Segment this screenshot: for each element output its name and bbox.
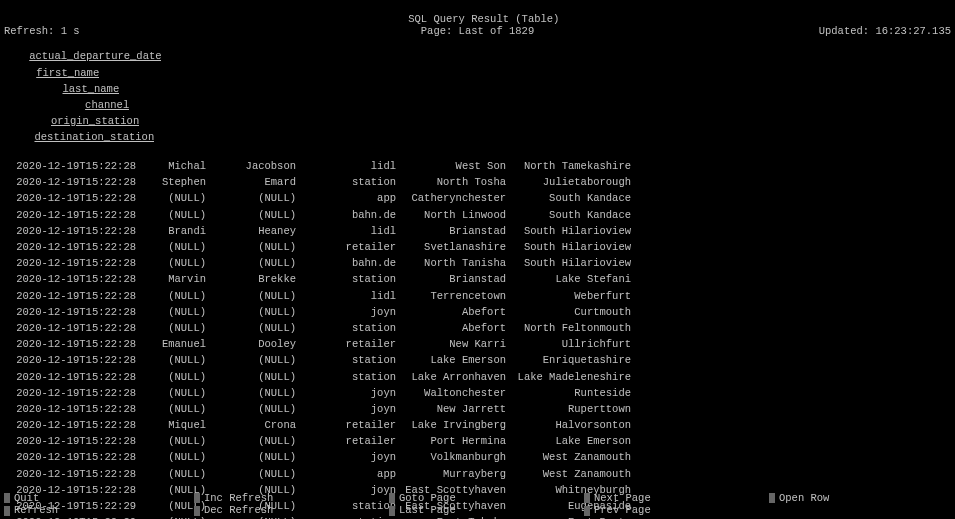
table-cell: joyn [296,387,396,400]
table-row[interactable]: 2020-12-19T15:22:28MichalJacobsonlidlWes… [0,160,955,176]
table-cell: retailer [296,338,396,351]
table-cell: (NULL) [136,354,206,367]
table-cell: lidl [296,225,396,238]
key-icon [4,493,10,503]
table-row[interactable]: 2020-12-19T15:22:28StephenEmardstationNo… [0,176,955,192]
table-cell: (NULL) [136,403,206,416]
table-cell: Jacobson [206,160,296,173]
table-row[interactable]: 2020-12-19T15:22:28(NULL)(NULL)bahn.deNo… [0,209,955,225]
table-cell: Stephen [136,176,206,189]
table-cell: app [296,468,396,481]
table-cell: Brianstad [396,225,506,238]
key-icon [769,493,775,503]
column-header[interactable]: first_name [29,67,99,80]
table-cell: West Zanamouth [506,451,631,464]
table-cell: (NULL) [136,241,206,254]
column-header[interactable]: channel [29,99,129,112]
column-header[interactable]: destination_station [29,131,154,144]
table-cell: Lake Emerson [396,354,506,367]
table-cell: (NULL) [206,290,296,303]
table-row[interactable]: 2020-12-19T15:22:28(NULL)(NULL)stationAb… [0,322,955,338]
table-cell: (NULL) [206,435,296,448]
table-row[interactable]: 2020-12-19T15:22:28(NULL)(NULL)retailerP… [0,435,955,451]
cmd-prev-page[interactable]: Prev Page [584,504,769,517]
table-cell: Heaney [206,225,296,238]
cmd-dec-refresh[interactable]: Dec Refresh [194,504,389,517]
table-cell: (NULL) [206,306,296,319]
table-row[interactable]: 2020-12-19T15:22:28(NULL)(NULL)stationLa… [0,371,955,387]
key-icon [584,493,590,503]
table-row[interactable]: 2020-12-19T15:22:28(NULL)(NULL)appCather… [0,192,955,208]
table-cell: (NULL) [206,354,296,367]
header-row: Refresh: 1 s Page: Last of 1829 Updated:… [0,25,955,38]
page-status: Page: Last of 1829 [421,25,534,38]
table-header-row: actual_departure_date first_name last_na… [0,38,955,160]
table-cell: 2020-12-19T15:22:28 [4,306,136,319]
table-row[interactable]: 2020-12-19T15:22:28BrandiHeaneylidlBrian… [0,225,955,241]
table-cell: Terrencetown [396,290,506,303]
table-cell: (NULL) [136,387,206,400]
table-cell: 2020-12-19T15:22:28 [4,354,136,367]
table-row[interactable]: 2020-12-19T15:22:28(NULL)(NULL)lidlTerre… [0,290,955,306]
cmd-quit[interactable]: Quit [4,492,194,505]
table-cell: 2020-12-19T15:22:28 [4,192,136,205]
column-header[interactable]: last_name [29,83,119,96]
cmd-open-row[interactable]: Open Row [769,492,951,505]
table-row[interactable]: 2020-12-19T15:22:28(NULL)(NULL)bahn.deNo… [0,257,955,273]
table-row[interactable]: 2020-12-19T15:22:28(NULL)(NULL)stationLa… [0,354,955,370]
table-cell: 2020-12-19T15:22:28 [4,387,136,400]
table-cell: South Hilarioview [506,225,631,238]
table-cell: (NULL) [136,468,206,481]
column-header[interactable]: origin_station [29,115,139,128]
key-icon [194,493,200,503]
table-cell: (NULL) [136,209,206,222]
table-cell: (NULL) [206,322,296,335]
table-cell: West Zanamouth [506,468,631,481]
footer-row-2: Refresh Dec Refresh Last Page Prev Page [4,504,951,517]
table-cell: Lake Madeleneshire [506,371,631,384]
table-cell: 2020-12-19T15:22:28 [4,257,136,270]
table-row[interactable]: 2020-12-19T15:22:28(NULL)(NULL)joynWalto… [0,387,955,403]
table-cell: (NULL) [136,322,206,335]
table-cell: Crona [206,419,296,432]
updated-status: Updated: 16:23:27.135 [819,25,951,38]
table-row[interactable]: 2020-12-19T15:22:28MarvinBrekkestationBr… [0,273,955,289]
table-row[interactable]: 2020-12-19T15:22:28EmanuelDooleyretailer… [0,338,955,354]
footer-commands: Quit Inc Refresh Goto Page Next Page Ope… [0,492,955,517]
table-cell: 2020-12-19T15:22:28 [4,451,136,464]
table-cell: Lake Arronhaven [396,371,506,384]
cmd-next-page[interactable]: Next Page [584,492,769,505]
table-cell: joyn [296,403,396,416]
key-icon [584,506,590,516]
table-cell: 2020-12-19T15:22:28 [4,176,136,189]
table-cell: South Hilarioview [506,257,631,270]
table-cell: bahn.de [296,257,396,270]
table-row[interactable]: 2020-12-19T15:22:28(NULL)(NULL)appMurray… [0,468,955,484]
table-cell: North Tanisha [396,257,506,270]
cmd-last-page[interactable]: Last Page [389,504,584,517]
table-row[interactable]: 2020-12-19T15:22:28(NULL)(NULL)retailerS… [0,241,955,257]
table-cell: Abefort [396,306,506,319]
column-header[interactable]: actual_departure_date [29,50,161,63]
table-row[interactable]: 2020-12-19T15:22:28MiquelCronaretailerLa… [0,419,955,435]
table-cell: South Hilarioview [506,241,631,254]
table-row[interactable]: 2020-12-19T15:22:28(NULL)(NULL)joynVolkm… [0,451,955,467]
cmd-inc-refresh[interactable]: Inc Refresh [194,492,389,505]
table-cell: (NULL) [206,371,296,384]
cmd-refresh[interactable]: Refresh [4,504,194,517]
table-cell: Ruperttown [506,403,631,416]
table-cell: Svetlanashire [396,241,506,254]
table-cell: Halvorsonton [506,419,631,432]
table-cell: Brianstad [396,273,506,286]
table-row[interactable]: 2020-12-19T15:22:28(NULL)(NULL)joynNew J… [0,403,955,419]
table-cell: North Linwood [396,209,506,222]
table-cell: North Tamekashire [506,160,631,173]
table-cell: (NULL) [136,306,206,319]
table-cell: 2020-12-19T15:22:28 [4,435,136,448]
table-cell: Miquel [136,419,206,432]
table-cell: Lake Emerson [506,435,631,448]
table-cell: retailer [296,419,396,432]
table-cell: Brekke [206,273,296,286]
table-row[interactable]: 2020-12-19T15:22:28(NULL)(NULL)joynAbefo… [0,306,955,322]
cmd-goto-page[interactable]: Goto Page [389,492,584,505]
